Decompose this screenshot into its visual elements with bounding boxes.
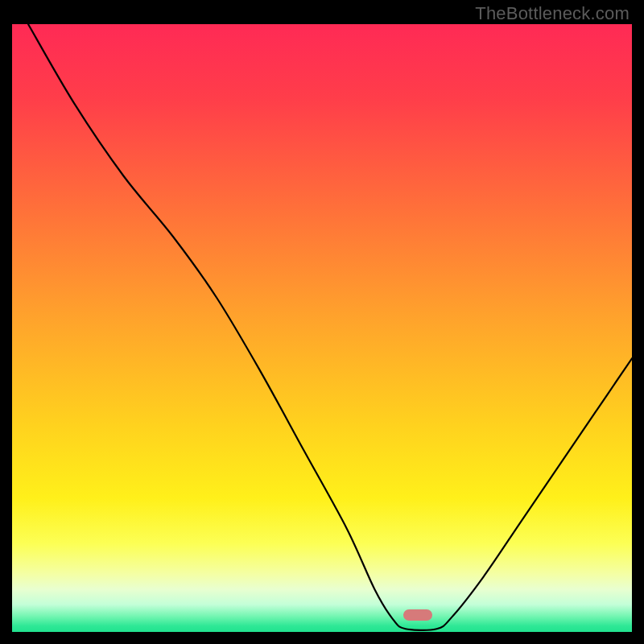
gradient-background	[12, 24, 632, 632]
optimum-indicator	[403, 609, 432, 621]
chart-frame: TheBottleneck.com	[0, 0, 644, 644]
bottleneck-chart	[12, 24, 632, 632]
watermark-text: TheBottleneck.com	[475, 3, 630, 24]
